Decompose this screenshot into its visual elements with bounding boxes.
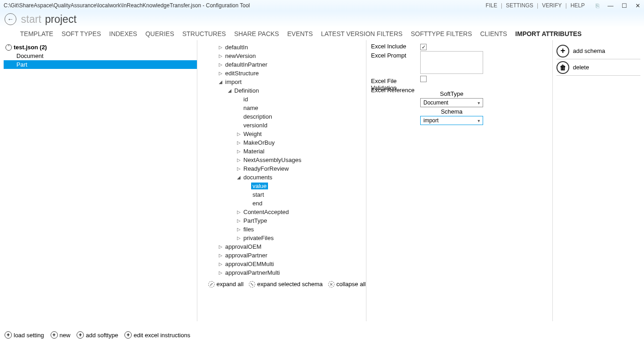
tree-label[interactable]: documents bbox=[242, 174, 274, 181]
breadcrumb-start[interactable]: start bbox=[21, 13, 41, 26]
tree-row[interactable]: ▷value bbox=[208, 182, 366, 190]
tree-row[interactable]: ▷approvalPartnerMulti bbox=[208, 268, 366, 277]
new-button[interactable]: +new bbox=[51, 331, 71, 339]
tree-row[interactable]: ▷start bbox=[208, 190, 366, 199]
caret-open-icon[interactable]: ◢ bbox=[227, 88, 233, 93]
file-row[interactable]: ˄ test.json (2) bbox=[4, 43, 197, 52]
tree-row[interactable]: ◢Definition bbox=[208, 86, 366, 95]
excel-file-validation-checkbox[interactable] bbox=[420, 76, 427, 82]
tree-row[interactable]: ▷NextAssemblyUsages bbox=[208, 156, 366, 164]
tab-clients[interactable]: CLIENTS bbox=[480, 29, 507, 40]
softtype-select[interactable]: Document▾ bbox=[420, 98, 483, 107]
tree-label[interactable]: versionId bbox=[242, 122, 269, 129]
tree-label[interactable]: Definition bbox=[233, 87, 260, 94]
caret-open-icon[interactable]: ◢ bbox=[217, 79, 224, 84]
tree-row[interactable]: ▷files bbox=[208, 225, 366, 234]
tree-row[interactable]: ▷id bbox=[208, 95, 366, 104]
tree-label[interactable]: approvalOEMMulti bbox=[224, 261, 275, 267]
caret-closed-icon[interactable]: ▷ bbox=[236, 209, 242, 214]
tree-row[interactable]: ▷Weight bbox=[208, 130, 366, 138]
tab-indexes[interactable]: INDEXES bbox=[109, 29, 137, 40]
tree-row[interactable]: ◢import bbox=[208, 78, 366, 86]
caret-closed-icon[interactable]: ▷ bbox=[217, 71, 224, 76]
tree-label[interactable]: files bbox=[242, 226, 255, 233]
expand-selected-button[interactable]: ⤡expand selected schema bbox=[249, 281, 323, 288]
caret-closed-icon[interactable]: ▷ bbox=[236, 218, 242, 223]
tree-row[interactable]: ▷ReadyForReview bbox=[208, 164, 366, 173]
caret-closed-icon[interactable]: ▷ bbox=[217, 253, 224, 258]
tree-row[interactable]: ▷end bbox=[208, 199, 366, 208]
caret-closed-icon[interactable]: ▷ bbox=[236, 131, 242, 136]
back-button[interactable]: ← bbox=[5, 13, 16, 25]
tree-row[interactable]: ▷privateFiles bbox=[208, 234, 366, 242]
tree-label[interactable]: defaultIn bbox=[224, 44, 249, 51]
tree-row[interactable]: ▷editStructure bbox=[208, 69, 366, 78]
tree-label[interactable]: NextAssemblyUsages bbox=[242, 157, 303, 163]
close-icon[interactable]: ✕ bbox=[635, 2, 640, 9]
tree-label[interactable]: name bbox=[242, 105, 260, 111]
minimize-icon[interactable]: — bbox=[608, 2, 613, 9]
tab-import-attributes[interactable]: IMPORT ATTRIBUTES bbox=[515, 29, 582, 40]
maximize-icon[interactable]: ☐ bbox=[622, 2, 627, 9]
tree-label[interactable]: privateFiles bbox=[242, 235, 275, 241]
tree-row[interactable]: ▷approvalPartner bbox=[208, 251, 366, 260]
tree-label[interactable]: ContentAccepted bbox=[242, 209, 290, 215]
tab-events[interactable]: EVENTS bbox=[287, 29, 313, 40]
tree-label[interactable]: defaultInPartner bbox=[224, 61, 269, 68]
type-item-document[interactable]: Document bbox=[4, 52, 197, 60]
tree-label[interactable]: start bbox=[251, 191, 265, 198]
tree-label[interactable]: PartType bbox=[242, 217, 268, 224]
caret-closed-icon[interactable]: ▷ bbox=[217, 45, 224, 50]
tree-row[interactable]: ▷approvalOEM bbox=[208, 242, 366, 251]
pin-icon[interactable]: ⎘ bbox=[596, 2, 599, 9]
caret-closed-icon[interactable]: ▷ bbox=[217, 53, 224, 58]
caret-closed-icon[interactable]: ▷ bbox=[236, 149, 242, 154]
delete-button[interactable]: 🗑 delete bbox=[556, 59, 640, 76]
excel-include-checkbox[interactable]: ✓ bbox=[420, 44, 427, 50]
tree-label[interactable]: MakeOrBuy bbox=[242, 139, 276, 146]
tree-label[interactable]: value bbox=[251, 183, 268, 189]
tree-row[interactable]: ▷versionId bbox=[208, 121, 366, 130]
tree-row[interactable]: ▷defaultInPartner bbox=[208, 60, 366, 69]
menu-file[interactable]: FILE bbox=[484, 2, 499, 9]
tree-label[interactable]: approvalOEM bbox=[224, 243, 263, 250]
tab-structures[interactable]: STRUCTURES bbox=[182, 29, 226, 40]
tree-row[interactable]: ▷MakeOrBuy bbox=[208, 138, 366, 147]
tree-row[interactable]: ▷defaultIn bbox=[208, 43, 366, 52]
tree-row[interactable]: ▷ContentAccepted bbox=[208, 208, 366, 216]
caret-closed-icon[interactable]: ▷ bbox=[236, 140, 242, 145]
caret-closed-icon[interactable]: ▷ bbox=[236, 166, 242, 171]
tree-label[interactable]: description bbox=[242, 113, 273, 120]
tree-row[interactable]: ▷name bbox=[208, 104, 366, 112]
tree-label[interactable]: approvalPartnerMulti bbox=[224, 269, 281, 276]
caret-closed-icon[interactable]: ▷ bbox=[217, 244, 224, 249]
tree-label[interactable]: approvalPartner bbox=[224, 252, 269, 259]
type-item-part[interactable]: Part bbox=[4, 60, 197, 69]
tree-label[interactable]: ReadyForReview bbox=[242, 165, 290, 172]
caret-closed-icon[interactable]: ▷ bbox=[217, 270, 224, 275]
tree-row[interactable]: ▷approvalOEMMulti bbox=[208, 260, 366, 268]
collapse-all-button[interactable]: ⤫collapse all bbox=[328, 281, 366, 288]
tree-row[interactable]: ▷Material bbox=[208, 147, 366, 156]
tree-row[interactable]: ◢documents bbox=[208, 173, 366, 182]
tree-label[interactable]: editStructure bbox=[224, 70, 260, 77]
menu-settings[interactable]: SETTINGS bbox=[504, 2, 535, 9]
tab-softtype-filters[interactable]: SOFTTYPE FILTERS bbox=[411, 29, 472, 40]
menu-verify[interactable]: VERIFY bbox=[540, 2, 563, 9]
caret-closed-icon[interactable]: ▷ bbox=[236, 235, 242, 240]
tree-row[interactable]: ▷description bbox=[208, 112, 366, 121]
tab-queries[interactable]: QUERIES bbox=[145, 29, 174, 40]
edit-excel-button[interactable]: +edit excel instructions bbox=[124, 331, 190, 339]
tree-row[interactable]: ▷newVersion bbox=[208, 52, 366, 60]
expand-all-button[interactable]: ⤢expand all bbox=[208, 281, 243, 288]
tab-share-packs[interactable]: SHARE PACKS bbox=[234, 29, 279, 40]
load-setting-button[interactable]: +load setting bbox=[5, 331, 44, 339]
add-softtype-button[interactable]: +add softtype bbox=[77, 331, 118, 339]
tree-label[interactable]: Weight bbox=[242, 131, 263, 137]
caret-icon[interactable]: ˄ bbox=[5, 44, 12, 51]
tab-soft-types[interactable]: SOFT TYPES bbox=[62, 29, 101, 40]
add-schema-button[interactable]: + add schema bbox=[556, 43, 640, 59]
tree-label[interactable]: end bbox=[251, 200, 264, 207]
caret-closed-icon[interactable]: ▷ bbox=[217, 62, 224, 67]
tree-label[interactable]: import bbox=[224, 78, 243, 85]
